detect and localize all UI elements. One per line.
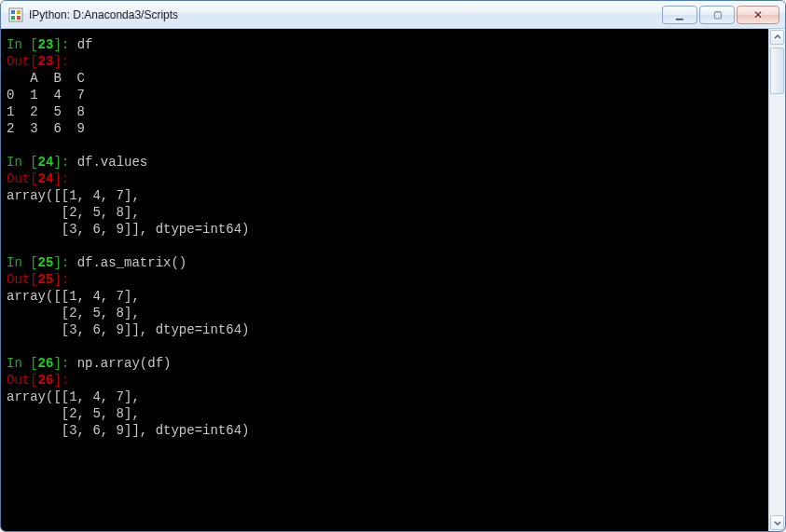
ipython-icon — [8, 7, 23, 22]
close-button[interactable]: ✕ — [737, 6, 779, 24]
terminal-output[interactable]: In [23]: df Out[23]: A B C 0 1 4 7 1 2 5… — [1, 29, 768, 531]
window-controls: ▁ ▢ ✕ — [662, 6, 779, 24]
close-icon: ✕ — [753, 9, 763, 20]
scroll-down-button[interactable] — [770, 515, 784, 530]
minimize-icon: ▁ — [676, 10, 683, 20]
chevron-up-icon — [774, 34, 781, 41]
svg-rect-2 — [17, 10, 21, 14]
vertical-scrollbar[interactable] — [768, 29, 785, 531]
maximize-button[interactable]: ▢ — [699, 6, 735, 24]
scrollbar-thumb[interactable] — [770, 48, 784, 94]
minimize-button[interactable]: ▁ — [662, 6, 697, 24]
svg-rect-3 — [11, 16, 15, 20]
maximize-icon: ▢ — [713, 10, 722, 20]
title-bar[interactable]: IPython: D:Anaconda3/Scripts ▁ ▢ ✕ — [1, 1, 785, 29]
app-window: IPython: D:Anaconda3/Scripts ▁ ▢ ✕ In [2… — [0, 0, 786, 532]
svg-rect-1 — [11, 10, 15, 14]
scroll-up-button[interactable] — [770, 30, 784, 45]
svg-rect-4 — [17, 16, 21, 20]
chevron-down-icon — [774, 519, 781, 526]
window-title: IPython: D:Anaconda3/Scripts — [29, 8, 662, 21]
client-area: In [23]: df Out[23]: A B C 0 1 4 7 1 2 5… — [1, 29, 785, 531]
